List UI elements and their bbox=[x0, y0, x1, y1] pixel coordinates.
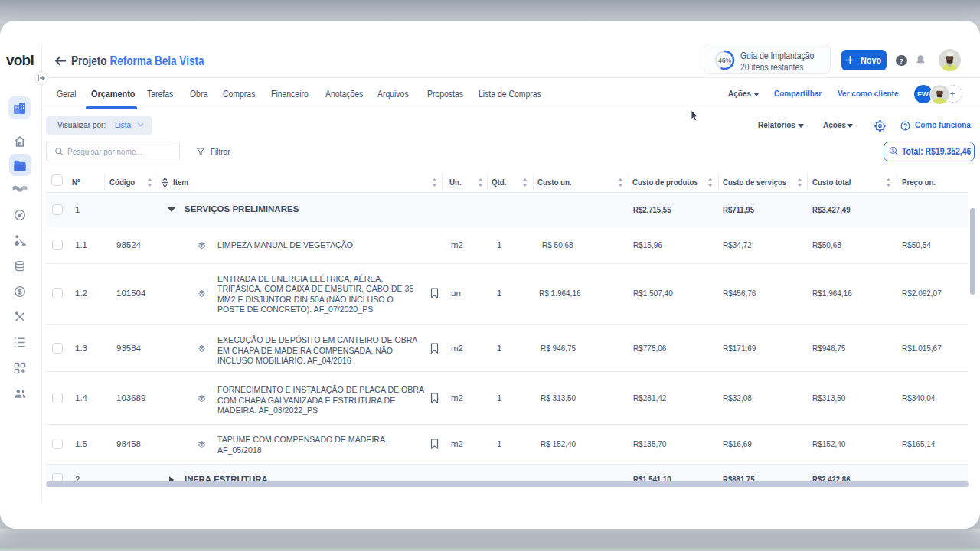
svg-text:46%: 46% bbox=[718, 57, 732, 64]
